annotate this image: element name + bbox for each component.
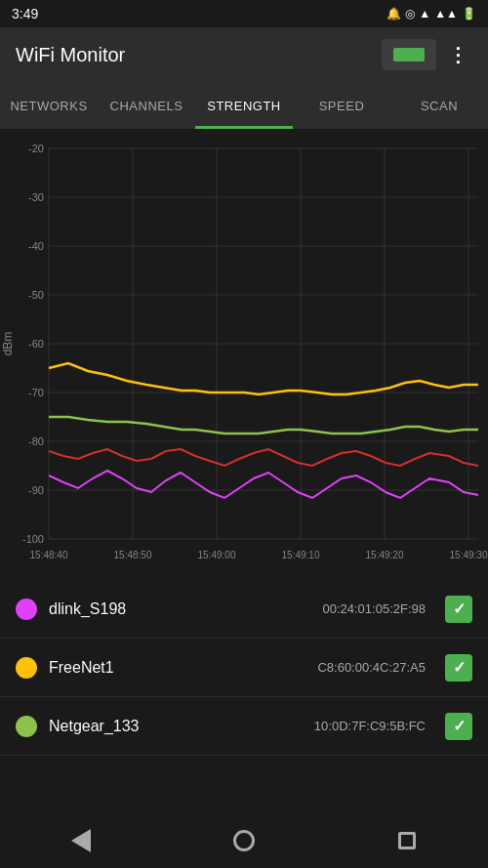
circle-icon: ◎ — [405, 7, 415, 21]
notification-icon: 🔔 — [386, 7, 401, 21]
recents-icon — [398, 832, 416, 849]
back-icon — [71, 829, 91, 852]
network-dot-freenet — [16, 657, 37, 679]
tab-channels[interactable]: CHANNELS — [98, 82, 195, 129]
app-title: WiFi Monitor — [16, 44, 125, 66]
network-item-netgear[interactable]: Netgear_133 10:0D:7F:C9:5B:FC — [0, 697, 488, 756]
tab-strength[interactable]: STRENGTH — [195, 82, 293, 129]
check-button-freenet[interactable] — [445, 654, 472, 682]
network-name-netgear: Netgear_133 — [49, 718, 303, 735]
network-mac-dlink: 00:24:01:05:2F:98 — [322, 601, 426, 616]
svg-rect-0 — [0, 129, 488, 580]
svg-text:dBm: dBm — [1, 332, 15, 356]
tab-bar: NETWORKS CHANNELS STRENGTH SPEED SCAN — [0, 82, 488, 129]
svg-text:15:49:00: 15:49:00 — [198, 550, 236, 560]
svg-text:-40: -40 — [28, 240, 44, 252]
svg-text:-20: -20 — [28, 143, 44, 154]
svg-text:15:49:10: 15:49:10 — [282, 550, 320, 560]
svg-text:-90: -90 — [28, 484, 44, 496]
status-bar: 3:49 🔔 ◎ ▲ ▲▲ 🔋 — [0, 0, 488, 27]
tab-networks[interactable]: NETWORKS — [0, 82, 98, 129]
network-dot-netgear — [16, 716, 37, 737]
svg-text:15:48:40: 15:48:40 — [30, 550, 68, 560]
bottom-nav — [0, 813, 488, 868]
svg-text:15:49:20: 15:49:20 — [366, 550, 404, 560]
svg-text:-50: -50 — [28, 289, 44, 301]
green-button[interactable] — [382, 39, 436, 70]
tab-speed[interactable]: SPEED — [293, 82, 390, 129]
app-bar: WiFi Monitor ⋮ — [0, 27, 488, 82]
signal-icon: ▲▲ — [434, 7, 458, 21]
svg-text:-30: -30 — [28, 191, 44, 203]
network-item-freenet[interactable]: FreeNet1 C8:60:00:4C:27:A5 — [0, 639, 488, 697]
svg-text:-100: -100 — [22, 533, 44, 545]
svg-text:-60: -60 — [28, 338, 44, 350]
app-bar-actions: ⋮ — [382, 39, 472, 70]
battery-icon: 🔋 — [462, 7, 476, 21]
svg-text:-80: -80 — [28, 435, 44, 447]
network-mac-freenet: C8:60:00:4C:27:A5 — [317, 660, 426, 675]
status-time: 3:49 — [12, 6, 38, 21]
network-list: dlink_S198 00:24:01:05:2F:98 FreeNet1 C8… — [0, 580, 488, 756]
network-item-dlink[interactable]: dlink_S198 00:24:01:05:2F:98 — [0, 580, 488, 639]
home-icon — [233, 830, 255, 851]
chart-area: -20 -30 -40 -50 -60 -70 -80 -90 -100 dBm — [0, 129, 488, 580]
svg-text:15:48:50: 15:48:50 — [114, 550, 152, 560]
network-mac-netgear: 10:0D:7F:C9:5B:FC — [314, 719, 426, 733]
nav-home-button[interactable] — [215, 821, 273, 860]
green-rect — [393, 48, 425, 62]
svg-text:15:49:30: 15:49:30 — [450, 550, 488, 560]
svg-text:-70: -70 — [28, 387, 44, 398]
tab-scan[interactable]: SCAN — [390, 82, 488, 129]
wifi-icon: ▲ — [419, 7, 430, 21]
check-button-dlink[interactable] — [445, 596, 472, 623]
status-icons: 🔔 ◎ ▲ ▲▲ 🔋 — [386, 7, 476, 21]
nav-back-button[interactable] — [52, 821, 110, 860]
network-dot-dlink — [16, 599, 37, 620]
more-options-button[interactable]: ⋮ — [444, 39, 472, 70]
check-button-netgear[interactable] — [445, 713, 472, 740]
network-name-dlink: dlink_S198 — [49, 600, 310, 618]
network-name-freenet: FreeNet1 — [49, 659, 305, 677]
nav-recents-button[interactable] — [378, 821, 436, 860]
